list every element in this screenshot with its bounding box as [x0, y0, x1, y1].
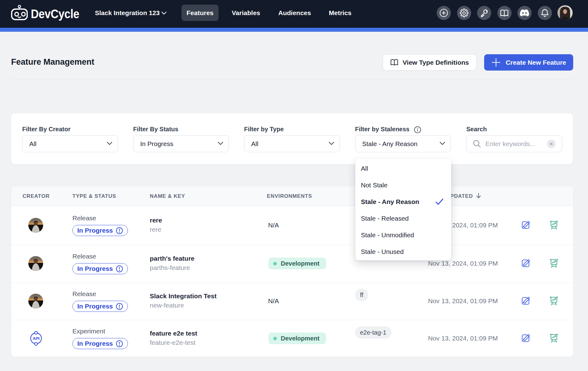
svg-text:API: API [33, 336, 40, 341]
